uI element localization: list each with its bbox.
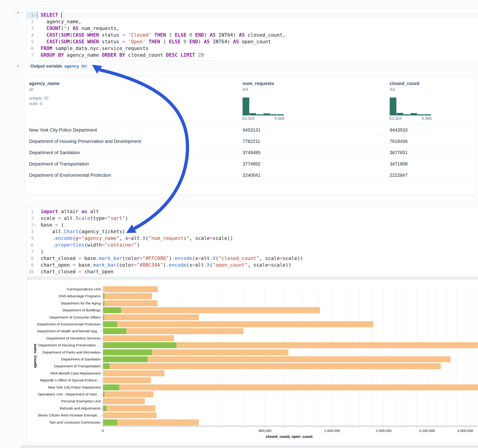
- code-text: .encode(y="agency_name", x=alt.X("num_re…: [38, 235, 233, 242]
- code-line[interactable]: 8chart_closed = base.mark_bar(color="#FF…: [27, 255, 478, 262]
- line-gutter: 1∨: [27, 12, 38, 19]
- cell-closed-count: 7618456: [390, 136, 408, 147]
- code-line[interactable]: 7GROUP BY agency_name ORDER BY closed_co…: [27, 52, 478, 59]
- histogram-bar: [270, 114, 277, 115]
- line-gutter: 5: [27, 38, 38, 45]
- code-line[interactable]: 1import altair as alt: [27, 208, 478, 215]
- previous-cell-edge: [26, 0, 478, 2]
- code-line[interactable]: 3∨base = (: [27, 222, 478, 228]
- line-number: 10: [27, 268, 34, 275]
- code-line[interactable]: 6FROM sample_data.nyc.service_requests: [27, 45, 478, 52]
- add-cell-button[interactable]: +: [14, 62, 22, 70]
- line-number: 9: [27, 262, 34, 268]
- table-row[interactable]: Department of Sanitation37494853677651: [25, 147, 475, 159]
- table-row[interactable]: Department of Housing Preservation and D…: [25, 136, 475, 147]
- histogram-bar: [277, 114, 284, 115]
- table-row[interactable]: Department of Transportation377489234719…: [25, 158, 475, 170]
- code-text: import altair as alt: [38, 208, 99, 215]
- line-gutter: 3: [27, 25, 38, 32]
- histogram-bar: [250, 113, 256, 115]
- code-text: COUNT(*) AS num_requests,: [38, 25, 119, 32]
- column-name[interactable]: agency_name: [29, 81, 59, 86]
- code-text: ): [38, 249, 44, 255]
- notebook-page: + + 1∨SELECT 2 agency_name,3 COUNT(*) AS…: [0, 0, 478, 448]
- output-variable-pill[interactable]: agency_tickets: [62, 63, 87, 70]
- sql-code-editor[interactable]: 1∨SELECT 2 agency_name,3 COUNT(*) AS num…: [27, 9, 478, 59]
- cell-closed-count: 2222847: [390, 170, 408, 181]
- cell-closed-count: 3471908: [390, 158, 408, 170]
- cell-agency-name: Department of Housing Preservation and D…: [29, 136, 141, 147]
- histogram-bar: [243, 98, 249, 115]
- cell-agency-name: Department of Transportation: [29, 158, 89, 170]
- code-text: GROUP BY agency_name ORDER BY closed_cou…: [38, 52, 204, 59]
- chevron-down-icon[interactable]: ∨: [34, 12, 37, 19]
- cell-num-requests: 2240041: [243, 170, 261, 181]
- sql-cell[interactable]: 1∨SELECT 2 agency_name,3 COUNT(*) AS num…: [26, 8, 478, 61]
- python-code-editor[interactable]: 1import altair as alt2scale = alt.Scale(…: [27, 206, 478, 275]
- histogram-bar: [256, 114, 263, 115]
- column-type: i64: [243, 87, 248, 92]
- column-name[interactable]: closed_count: [390, 81, 419, 86]
- add-cell-button[interactable]: +: [14, 8, 22, 17]
- line-number: 2: [27, 19, 34, 25]
- python-cell[interactable]: 1import altair as alt2scale = alt.Scale(…: [26, 206, 478, 444]
- code-line[interactable]: 2 agency_name,: [27, 19, 478, 25]
- line-gutter: 8: [27, 255, 38, 262]
- histogram-bar: [417, 114, 424, 115]
- line-gutter: 1: [27, 208, 38, 215]
- code-line[interactable]: 4 alt.Chart(agency_tickets): [27, 228, 478, 235]
- text-cursor: [61, 12, 62, 18]
- code-text: scale = alt.Scale(type="sqrt"): [38, 215, 128, 222]
- table-row[interactable]: New York City Police Department945313194…: [25, 124, 475, 136]
- histogram-range: 53,3049.5e6: [242, 116, 284, 121]
- line-gutter: 10: [27, 268, 38, 275]
- table-row[interactable]: Department of Environmental Protection22…: [25, 170, 475, 181]
- code-line[interactable]: 7): [27, 249, 478, 255]
- histogram-range: 53,3049.4e6: [389, 116, 432, 121]
- column-name[interactable]: num_requests: [243, 81, 274, 86]
- code-line[interactable]: 3 COUNT(*) AS num_requests,: [27, 25, 478, 32]
- line-number: 6: [27, 45, 34, 52]
- line-number: 5: [27, 38, 34, 45]
- code-line[interactable]: 9chart_open = base.mark_bar(color="#8BC3…: [27, 262, 478, 268]
- code-line[interactable]: 1∨SELECT: [27, 12, 478, 19]
- cell-output-divider: [27, 277, 478, 280]
- cell-closed-count: 9443533: [390, 124, 408, 136]
- line-gutter: 6: [27, 242, 38, 249]
- code-line[interactable]: 5 .encode(y="agency_name", x=alt.X("num_…: [27, 235, 478, 242]
- line-gutter: 4: [27, 228, 38, 235]
- line-gutter: 2: [27, 215, 38, 222]
- code-text: SELECT: [38, 12, 62, 19]
- line-gutter: 3∨: [27, 222, 38, 228]
- code-line[interactable]: 5 CAST(SUM(CASE WHEN status = 'Open' THE…: [27, 38, 478, 45]
- cell-closed-count: 3677651: [390, 147, 408, 158]
- code-line[interactable]: 2scale = alt.Scale(type="sqrt"): [27, 215, 478, 222]
- line-number: 7: [27, 249, 34, 255]
- line-number: 6: [27, 242, 34, 249]
- histogram-bar: [403, 114, 410, 115]
- code-line[interactable]: 10chart_closed + chart_open: [27, 268, 478, 275]
- cell-num-requests: 3774892: [243, 158, 261, 170]
- code-text: alt.Chart(agency_tickets): [38, 228, 125, 235]
- column-stats: nulls: 0: [29, 101, 42, 106]
- code-line[interactable]: 4 CAST(SUM(CASE WHEN status = 'Closed' T…: [27, 32, 478, 38]
- chevron-down-icon[interactable]: ∨: [34, 222, 37, 228]
- line-number: 3: [27, 222, 34, 228]
- arrow-head-top: [92, 65, 102, 74]
- column-type: i64: [390, 87, 395, 92]
- line-number: 4: [27, 228, 34, 235]
- code-text: CAST(SUM(CASE WHEN status = 'Open' THEN …: [38, 38, 271, 45]
- code-text: chart_closed = base.mark_bar(color="#FFC…: [38, 255, 303, 262]
- cell-num-requests: 3749485: [243, 147, 261, 158]
- histogram-bar: [263, 113, 270, 115]
- line-gutter: 7: [27, 249, 38, 255]
- line-gutter: 4: [27, 32, 38, 38]
- output-variable-value: agency_tickets: [64, 64, 87, 68]
- column-stats: unique: 20: [29, 95, 48, 101]
- cell-num-requests: 9453131: [243, 124, 261, 136]
- line-gutter: 7: [27, 52, 38, 59]
- code-line[interactable]: 6 .properties(width="container"): [27, 242, 478, 249]
- code-text: .properties(width="container"): [38, 242, 140, 249]
- column-type: str: [29, 87, 34, 92]
- cell-num-requests: 7782211: [243, 136, 260, 147]
